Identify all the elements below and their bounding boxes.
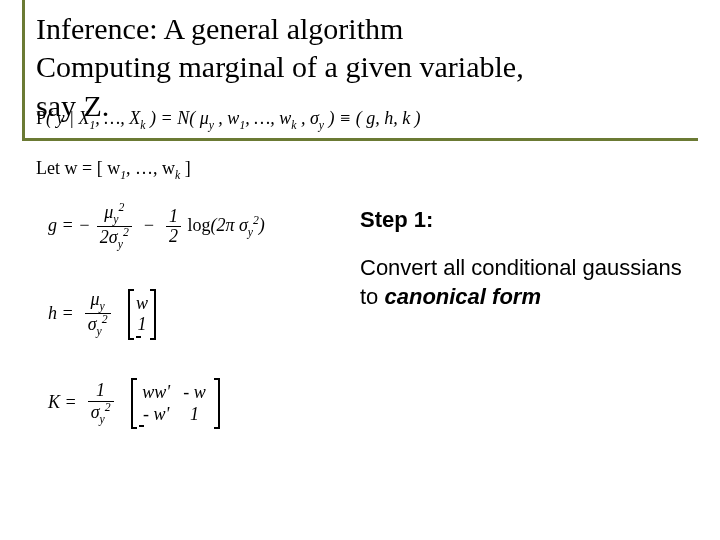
equation-h: h = μy σy2 w 1 xyxy=(48,290,158,339)
frac-one-half: 1 2 xyxy=(166,207,181,248)
slide: Inference: A general algorithm Computing… xyxy=(0,0,720,540)
frac-one-over-sigma2: 1 σy2 xyxy=(88,381,114,426)
title-line-1: Inference: A general algorithm xyxy=(36,12,403,45)
title-line-2: Computing marginal of a given variable, xyxy=(36,50,524,83)
title-vertical-rule xyxy=(22,0,25,138)
step-1-block: Step 1: Convert all conditional gaussian… xyxy=(360,205,690,312)
step-1-emph: canonical form xyxy=(384,284,540,309)
equation-K: K = 1 σy2 ww' - w - w' 1 xyxy=(48,380,222,427)
step-1-body: Convert all conditional gaussians to can… xyxy=(360,253,690,312)
let-w-definition: Let w = [ w1, …, wk ] xyxy=(36,158,191,182)
vector-w-1: w 1 xyxy=(128,291,156,338)
title-underline xyxy=(22,138,698,141)
matrix-K: ww' - w - w' 1 xyxy=(131,380,220,427)
frac-mu2-over-2sigma2: μy2 2σy2 xyxy=(97,202,132,252)
conditional-gaussian-defn: P( y | X1, …, Xk ) = N( μy , w1, …, wk ,… xyxy=(36,108,421,132)
step-1-heading: Step 1: xyxy=(360,205,690,235)
equation-g: g = − μy2 2σy2 − 1 2 log(2π σy2) xyxy=(48,202,265,252)
frac-mu-over-sigma2: μy σy2 xyxy=(85,290,111,339)
